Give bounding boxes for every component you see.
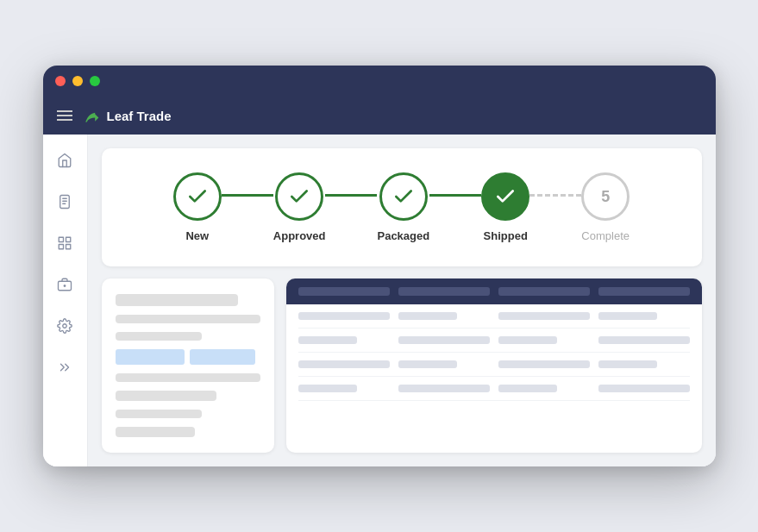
app-logo: Leaf Trade [83,107,172,124]
step-circle-packaged [379,172,428,221]
step-packaged: Packaged [377,172,429,242]
skeleton-line-1 [116,315,260,323]
close-button[interactable] [55,76,66,86]
step-label-approved: Approved [273,229,326,242]
table-cell [398,312,458,320]
sidebar-item-home[interactable] [53,148,77,172]
table-row [298,304,690,329]
app-title: Leaf Trade [107,109,172,123]
svg-rect-0 [60,196,70,209]
skeleton-line-2 [116,332,203,341]
main-content: New Approved [88,135,716,466]
step-number-complete: 5 [601,188,610,206]
svg-rect-4 [59,237,63,241]
table-cell [398,360,458,368]
sidebar-item-wallet[interactable] [53,272,77,297]
table-cell [298,336,358,344]
skeleton-line-4 [116,410,203,418]
table-cell [598,360,658,368]
maximize-button[interactable] [90,76,100,86]
table-row [298,353,690,377]
table-cell [298,360,390,368]
skeleton-tag-1 [116,349,185,365]
table-cell [498,360,590,368]
svg-rect-5 [66,237,71,241]
table-panel [286,279,702,453]
browser-window: Leaf Trade [43,66,716,466]
sidebar [43,135,88,466]
sidebar-item-expand[interactable] [53,355,77,379]
progress-steps: New Approved [129,172,674,242]
skeleton-line-3 [116,373,260,382]
table-cell [298,385,358,392]
minimize-button[interactable] [72,76,83,86]
step-new: New [173,172,222,242]
skeleton-tag-2 [190,349,255,365]
step-circle-shipped [481,172,529,221]
step-label-shipped: Shipped [484,229,528,242]
svg-rect-7 [66,245,71,249]
header-cell-3 [498,287,590,296]
app-layout: Leaf Trade [43,97,716,466]
hamburger-button[interactable] [57,110,72,121]
table-cell [498,312,590,320]
table-cell [598,385,690,392]
connector-1 [222,194,273,197]
table-header [286,279,702,304]
sidebar-item-inventory[interactable] [53,231,77,255]
header-cell-1 [298,287,390,296]
progress-card: New Approved [102,148,702,266]
connector-3 [429,194,481,197]
step-shipped: Shipped [481,172,529,242]
table-cell [598,312,658,320]
table-cell [398,336,490,344]
svg-point-10 [63,324,67,329]
info-panel [102,279,274,453]
sidebar-item-settings[interactable] [53,314,77,338]
table-row [298,377,690,401]
step-circle-approved [275,172,323,221]
navbar: Leaf Trade [43,97,716,135]
skeleton-title [116,294,239,306]
table-body [286,304,702,401]
step-label-complete: Complete [581,229,630,242]
step-complete: 5 Complete [581,172,630,242]
svg-point-9 [64,285,66,287]
step-approved: Approved [273,172,326,242]
table-cell [398,385,490,392]
leaf-icon [83,107,100,124]
skeleton-block-1 [116,391,217,401]
content-area: New Approved [43,135,716,466]
table-cell [498,385,558,392]
sidebar-item-orders[interactable] [53,190,77,214]
step-circle-new [173,172,222,221]
header-cell-2 [398,287,490,296]
tag-row-1 [116,349,260,365]
step-label-packaged: Packaged [377,229,429,242]
skeleton-block-2 [116,427,195,437]
lower-content [102,279,702,453]
table-row [298,329,690,353]
step-circle-complete: 5 [581,172,630,221]
title-bar [43,66,716,97]
svg-rect-6 [59,245,63,249]
connector-4 [529,194,581,197]
table-cell [498,336,558,344]
table-cell [298,312,390,320]
step-label-new: New [185,229,209,242]
table-cell [598,336,690,344]
connector-2 [325,194,377,197]
header-cell-4 [598,287,690,296]
